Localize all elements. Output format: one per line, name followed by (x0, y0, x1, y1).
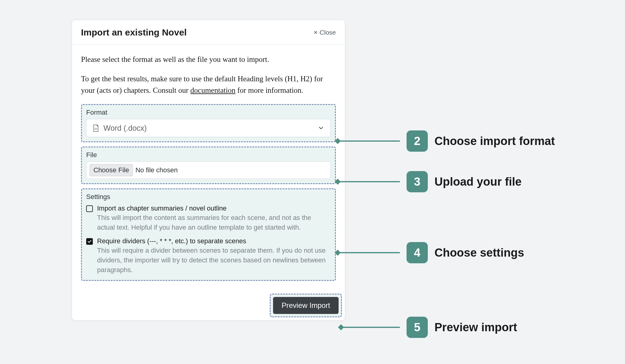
setting-title: Require dividers (---, * * *, etc.) to s… (97, 237, 331, 245)
dialog-header: Import an existing Novel ✕ Close (72, 20, 345, 45)
intro-line-2: To get the best results, make sure to us… (81, 73, 336, 96)
documentation-link[interactable]: documentation (190, 86, 235, 94)
close-button[interactable]: ✕ Close (313, 29, 336, 36)
file-label: File (86, 151, 331, 159)
dialog-footer: Preview Import (72, 291, 345, 320)
callout-line (341, 327, 400, 328)
callout-3: 3 Upload your file (338, 171, 522, 192)
preview-highlight-box: Preview Import (270, 294, 342, 317)
callout-4: 4 Choose settings (338, 242, 524, 263)
callout-badge: 5 (407, 317, 428, 338)
intro-line-1: Please select the format as well as the … (81, 54, 336, 65)
file-input-row: Choose File No file chosen (86, 161, 331, 179)
callout-2: 2 Choose import format (338, 130, 555, 152)
callout-text: Preview import (434, 321, 517, 334)
callout-line (338, 140, 400, 142)
file-section: File Choose File No file chosen (81, 147, 336, 184)
setting-desc: This will require a divider between scen… (97, 246, 331, 275)
checkbox-import-as-summaries[interactable] (86, 205, 93, 212)
callout-badge: 3 (407, 171, 428, 192)
setting-import-as-summaries: Import as chapter summaries / novel outl… (86, 204, 331, 232)
setting-title: Import as chapter summaries / novel outl… (97, 204, 331, 212)
setting-require-dividers: Require dividers (---, * * *, etc.) to s… (86, 237, 331, 275)
format-label: Format (86, 109, 331, 116)
choose-file-button[interactable]: Choose File (90, 164, 133, 176)
import-dialog: Import an existing Novel ✕ Close Please … (72, 20, 345, 321)
callout-badge: 4 (407, 242, 428, 263)
callout-text: Choose settings (434, 246, 524, 259)
settings-label: Settings (86, 193, 331, 201)
callout-badge: 2 (407, 130, 428, 152)
close-icon: ✕ (313, 29, 318, 36)
format-section: Format W Word (.docx) (81, 104, 336, 142)
dialog-title: Import an existing Novel (81, 27, 187, 38)
callout-5: 5 Preview import (341, 317, 517, 338)
close-label: Close (319, 29, 336, 36)
word-file-icon: W (93, 124, 99, 132)
callout-text: Choose import format (434, 135, 555, 148)
chevron-down-icon (318, 125, 324, 131)
format-select[interactable]: W Word (.docx) (86, 119, 331, 137)
settings-section: Settings Import as chapter summaries / n… (81, 188, 336, 281)
callout-line (338, 181, 400, 182)
setting-desc: This will import the content as summarie… (97, 213, 331, 232)
checkbox-require-dividers[interactable] (86, 238, 93, 245)
callout-line (338, 252, 400, 253)
dialog-body: Please select the format as well as the … (72, 45, 345, 291)
file-status: No file chosen (135, 166, 177, 174)
preview-import-button[interactable]: Preview Import (273, 297, 339, 314)
svg-text:W: W (95, 127, 97, 130)
format-selected-value: Word (.docx) (103, 124, 313, 133)
callout-text: Upload your file (434, 175, 522, 188)
